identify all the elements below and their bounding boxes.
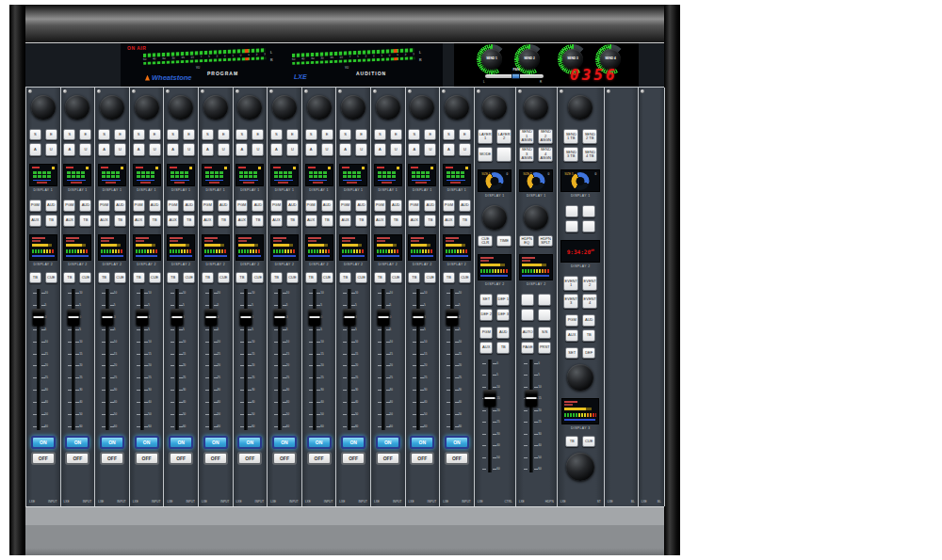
channel-off-button[interactable]: OFF — [169, 452, 193, 465]
control-function-button[interactable]: MODE — [478, 147, 493, 162]
monitor-function-button[interactable]: SEND 1 TB — [563, 129, 578, 144]
source-select-knob[interactable] — [169, 95, 193, 120]
strip-aux-button[interactable]: U — [114, 143, 126, 156]
strip-mode-button[interactable]: E — [79, 129, 91, 140]
headphone-function-button[interactable]: SEND 1 ASGN — [519, 129, 534, 144]
bus-assign-button[interactable]: AUD — [286, 200, 299, 212]
monitor-soft-button[interactable] — [565, 205, 578, 217]
bus-assign-button[interactable]: AUX — [236, 215, 248, 227]
channel-off-button[interactable]: OFF — [100, 452, 124, 465]
headphone-soft-button[interactable] — [538, 309, 551, 321]
monitor-set-button[interactable]: SET — [565, 347, 578, 359]
tb-cue-button[interactable]: TB — [305, 272, 317, 283]
control-mid-button[interactable]: CUE CLR — [478, 235, 493, 247]
monitor-assign-button[interactable]: TB — [582, 329, 595, 342]
fader-cap[interactable] — [412, 309, 424, 326]
strip-mode-button[interactable]: E — [218, 129, 230, 140]
strip-aux-button[interactable]: U — [390, 143, 402, 156]
channel-on-button[interactable]: ON — [341, 436, 365, 449]
channel-on-button[interactable]: ON — [65, 436, 89, 449]
tb-cue-button[interactable]: TB — [202, 272, 214, 283]
source-select-knob[interactable] — [410, 95, 434, 120]
strip-aux-button[interactable]: A — [443, 143, 455, 156]
headphone-assign-button[interactable]: S/S — [538, 327, 551, 339]
strip-mode-button[interactable]: E — [149, 129, 161, 140]
control-soft-button[interactable]: SET — [479, 294, 493, 306]
monitor-tb-cue-button[interactable]: TB — [565, 436, 578, 447]
bus-assign-button[interactable]: AUX — [202, 215, 214, 227]
bus-assign-button[interactable]: PGM — [236, 200, 248, 212]
bus-assign-button[interactable]: PGM — [270, 200, 283, 212]
source-select-knob[interactable] — [341, 95, 365, 120]
channel-on-button[interactable]: ON — [307, 436, 332, 449]
bus-assign-button[interactable]: TB — [424, 215, 436, 227]
headphone-mid-button[interactable]: HDPN EQ — [519, 235, 534, 247]
bus-assign-button[interactable]: TB — [149, 215, 161, 227]
monitor-assign-button[interactable]: AUX — [565, 329, 578, 342]
control-assign-button[interactable]: TB — [496, 342, 510, 354]
bus-assign-button[interactable]: PGM — [63, 200, 75, 212]
strip-mode-button[interactable]: S — [63, 129, 75, 140]
tb-cue-button[interactable]: CUE — [183, 272, 195, 283]
control-soft-button[interactable]: DEF 3 — [496, 309, 510, 321]
bus-assign-button[interactable]: PGM — [29, 200, 41, 212]
strip-mode-button[interactable]: E — [114, 129, 126, 140]
strip-aux-button[interactable]: A — [305, 143, 317, 156]
control-function-button[interactable]: LAYER 2 — [496, 129, 512, 144]
channel-off-button[interactable]: OFF — [135, 452, 159, 465]
strip-aux-button[interactable]: U — [218, 143, 230, 156]
control-function-button[interactable]: LAYER 1 — [478, 129, 493, 144]
channel-off-button[interactable]: OFF — [445, 452, 469, 465]
bus-assign-button[interactable]: AUD — [45, 200, 57, 212]
bus-assign-button[interactable]: AUX — [443, 215, 455, 227]
monitor-knob[interactable] — [568, 95, 593, 120]
bus-assign-button[interactable]: PGM — [339, 200, 351, 212]
channel-on-button[interactable]: ON — [376, 436, 400, 449]
tb-cue-button[interactable]: CUE — [149, 272, 161, 283]
bus-assign-button[interactable]: PGM — [133, 200, 145, 212]
channel-on-button[interactable]: ON — [31, 436, 56, 449]
bus-assign-button[interactable]: PGM — [202, 200, 214, 212]
strip-aux-button[interactable]: A — [133, 143, 145, 156]
channel-off-button[interactable]: OFF — [307, 452, 332, 465]
tb-cue-button[interactable]: TB — [29, 272, 41, 283]
bus-assign-button[interactable]: AUX — [270, 215, 283, 227]
source-select-knob[interactable] — [135, 95, 159, 120]
headphone-assign-button[interactable]: PRST — [538, 342, 551, 354]
strip-mode-button[interactable]: E — [321, 129, 333, 140]
strip-aux-button[interactable]: U — [252, 143, 264, 156]
fader-cap[interactable] — [308, 309, 320, 326]
tb-cue-button[interactable]: TB — [133, 272, 145, 283]
strip-mode-button[interactable]: E — [459, 129, 471, 140]
strip-aux-button[interactable]: U — [45, 143, 57, 156]
source-select-knob[interactable] — [445, 95, 469, 120]
control-function-button[interactable] — [496, 147, 512, 162]
monitor-soft-button[interactable] — [565, 220, 578, 232]
headphone-encoder-knob[interactable] — [524, 205, 548, 230]
strip-mode-button[interactable]: E — [424, 129, 436, 140]
strip-aux-button[interactable]: U — [321, 143, 333, 156]
bus-assign-button[interactable]: PGM — [408, 200, 420, 212]
fader-cap[interactable] — [378, 309, 390, 326]
channel-on-button[interactable]: ON — [203, 436, 228, 449]
strip-aux-button[interactable]: A — [202, 143, 214, 156]
tb-cue-button[interactable]: CUE — [252, 272, 264, 283]
bus-assign-button[interactable]: AUX — [339, 215, 351, 227]
monitor-tb-cue-button[interactable]: CUE — [582, 436, 595, 447]
bus-assign-button[interactable]: AUD — [390, 200, 402, 212]
channel-on-button[interactable]: ON — [410, 436, 434, 449]
bus-assign-button[interactable]: TB — [218, 215, 230, 227]
tb-cue-button[interactable]: CUE — [459, 272, 471, 283]
fader-cap[interactable] — [171, 309, 183, 326]
bus-assign-button[interactable]: TB — [390, 215, 402, 227]
bus-assign-button[interactable]: AUX — [63, 215, 75, 227]
bus-assign-button[interactable]: AUX — [98, 215, 110, 227]
tb-cue-button[interactable]: CUE — [114, 272, 126, 283]
monitor-soft-button[interactable] — [582, 205, 595, 217]
pan-slider[interactable] — [485, 74, 544, 78]
headphone-function-button[interactable]: SEND 3 ASGN — [519, 147, 534, 162]
headphone-soft-button[interactable] — [538, 294, 551, 306]
strip-aux-button[interactable]: U — [149, 143, 161, 156]
strip-aux-button[interactable]: A — [167, 143, 179, 156]
cue-level-knob[interactable] — [566, 453, 594, 481]
